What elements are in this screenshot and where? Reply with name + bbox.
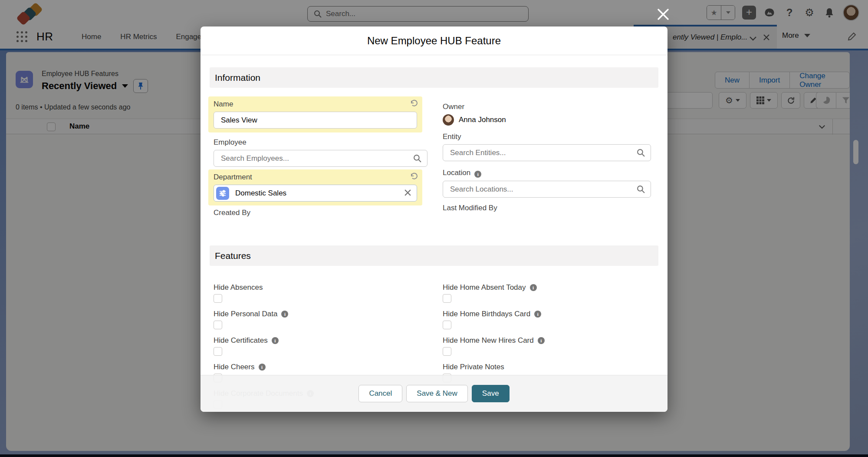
department-value: Domestic Sales xyxy=(235,189,286,198)
employee-field-label: Employee xyxy=(214,138,427,147)
info-icon[interactable]: i xyxy=(281,311,288,318)
owner-avatar xyxy=(443,114,454,126)
location-field-label: Locationi xyxy=(443,169,651,178)
search-icon xyxy=(637,149,645,159)
feature-label: Hide Home Birthdays Card xyxy=(443,310,530,318)
hide-personal-data-checkbox[interactable] xyxy=(214,321,222,329)
feature-hide-certificates: Hide Certificatesi xyxy=(214,336,427,356)
location-field: Locationi xyxy=(443,169,651,198)
remove-selection-x-icon[interactable] xyxy=(404,189,411,198)
save-button[interactable]: Save xyxy=(472,385,510,402)
hide-absences-checkbox[interactable] xyxy=(214,294,222,303)
modal-close-button[interactable] xyxy=(655,7,671,22)
feature-hide-home-new-hires-card: Hide Home New Hires Cardi xyxy=(443,336,651,356)
undo-icon[interactable] xyxy=(409,99,418,109)
new-employee-hub-feature-modal: New Employee HUB Feature Information Nam… xyxy=(201,26,667,412)
hide-home-new-hires-card-checkbox[interactable] xyxy=(443,347,451,356)
modal-header: New Employee HUB Feature xyxy=(201,26,667,55)
info-icon[interactable]: i xyxy=(272,337,279,344)
feature-hide-absences: Hide Absences xyxy=(214,283,427,303)
modal-title: New Employee HUB Feature xyxy=(367,35,501,47)
feature-hide-home-birthdays-card: Hide Home Birthdays Cardi xyxy=(443,310,651,329)
feature-label: Hide Home New Hires Card xyxy=(443,336,534,345)
feature-hide-personal-data: Hide Personal Datai xyxy=(214,310,427,329)
info-icon[interactable]: i xyxy=(474,171,481,178)
name-field-label: Name xyxy=(214,100,417,109)
modal-footer: Cancel Save & New Save xyxy=(201,375,667,412)
cancel-button[interactable]: Cancel xyxy=(358,385,402,402)
name-field-highlight: Name xyxy=(208,96,422,132)
last-modified-by-field: Last Modified By xyxy=(443,204,651,212)
hide-certificates-checkbox[interactable] xyxy=(214,347,222,356)
section-header-features: Features xyxy=(210,245,658,266)
feature-hide-home-absent-today: Hide Home Absent Todayi xyxy=(443,283,651,303)
department-record-icon xyxy=(216,187,229,200)
department-field-label: Department xyxy=(214,173,417,182)
entity-lookup-input[interactable] xyxy=(443,144,651,161)
info-icon[interactable]: i xyxy=(534,311,541,318)
feature-label: Hide Private Notes xyxy=(443,363,504,371)
feature-label: Hide Home Absent Today xyxy=(443,283,526,292)
undo-icon[interactable] xyxy=(409,172,418,182)
department-field-highlight: Department Domestic Sales xyxy=(208,169,422,205)
section-header-information: Information xyxy=(210,67,658,88)
info-icon[interactable]: i xyxy=(259,364,266,371)
owner-value: Anna Johnson xyxy=(459,116,506,124)
hide-home-absent-today-checkbox[interactable] xyxy=(443,294,451,303)
feature-label: Hide Certificates xyxy=(214,336,268,345)
entity-field: Entity xyxy=(443,132,651,161)
info-icon[interactable]: i xyxy=(538,337,545,344)
entity-field-label: Entity xyxy=(443,132,651,141)
owner-field: Owner Anna Johnson xyxy=(443,103,651,126)
created-by-field: Created By xyxy=(214,209,427,217)
employee-field: Employee xyxy=(214,138,427,167)
employee-lookup-input[interactable] xyxy=(214,150,427,167)
save-and-new-button[interactable]: Save & New xyxy=(406,385,468,402)
name-input[interactable] xyxy=(214,112,417,129)
owner-field-label: Owner xyxy=(443,103,651,111)
department-selected-pill[interactable]: Domestic Sales xyxy=(214,185,417,202)
info-icon[interactable]: i xyxy=(530,284,537,291)
last-modified-by-label: Last Modified By xyxy=(443,204,651,212)
location-lookup-input[interactable] xyxy=(443,181,651,198)
feature-label: Hide Cheers xyxy=(214,363,255,371)
feature-label: Hide Absences xyxy=(214,283,263,292)
close-x-icon xyxy=(657,8,670,21)
search-icon xyxy=(637,185,645,195)
created-by-label: Created By xyxy=(214,209,427,217)
feature-label: Hide Personal Data xyxy=(214,310,277,318)
hide-home-birthdays-card-checkbox[interactable] xyxy=(443,321,451,329)
search-icon xyxy=(413,154,421,164)
